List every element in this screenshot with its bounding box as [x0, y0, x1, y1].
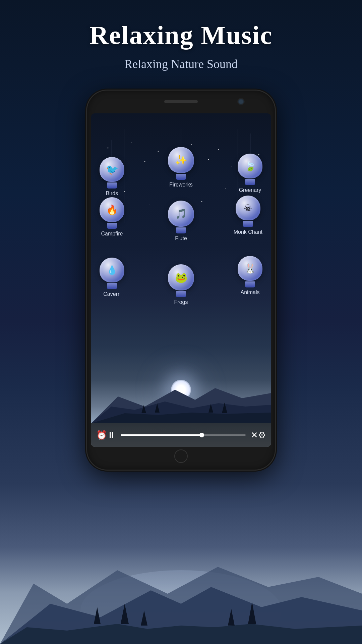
settings-button[interactable]: ⚙ [258, 430, 266, 440]
bottom-control-bar: ⏰ ⏸ ✕ ⚙ [91, 423, 271, 447]
sound-item-flute[interactable]: 🎵 Flute [168, 201, 194, 241]
frogs-icon: 🐸 [175, 272, 187, 283]
flute-label: Flute [175, 235, 187, 241]
sound-item-cavern[interactable]: 💧 Cavern [100, 258, 124, 297]
alarm-button[interactable]: ⏰ [96, 430, 107, 440]
greenary-icon: 🍃 [244, 161, 256, 172]
phone-frame: 🐦 Birds ✨ Fireworks 🍃 [87, 91, 275, 470]
phone-home-button[interactable] [174, 449, 188, 463]
progress-dot [199, 433, 204, 437]
birds-label: Birds [106, 191, 118, 197]
cavern-label: Cavern [103, 291, 121, 297]
close-button[interactable]: ✕ [251, 430, 258, 440]
sounds-container: 🐦 Birds ✨ Fireworks 🍃 [91, 123, 271, 423]
fireworks-label: Fireworks [169, 182, 192, 188]
app-subtitle: Relaxing Nature Sound [0, 57, 362, 71]
campfire-icon: 🔥 [106, 204, 118, 215]
phone-camera [237, 98, 245, 105]
sound-item-animals[interactable]: 🐰 Animals [238, 256, 262, 296]
sound-item-birds[interactable]: 🐦 Birds [100, 140, 124, 197]
greenary-label: Greenary [239, 187, 261, 193]
phone-screen: 🐦 Birds ✨ Fireworks 🍃 [91, 113, 271, 447]
flute-icon: 🎵 [175, 208, 187, 219]
animals-icon: 🐰 [244, 263, 256, 274]
sound-item-campfire[interactable]: 🔥 Campfire [100, 197, 124, 237]
progress-bar[interactable] [121, 434, 246, 436]
phone-speaker [164, 100, 198, 103]
monk-chant-label: Monk Chant [234, 229, 262, 235]
sound-item-fireworks[interactable]: ✨ Fireworks [168, 127, 194, 188]
pause-button[interactable]: ⏸ [107, 430, 116, 440]
frogs-label: Frogs [174, 299, 188, 305]
sound-item-frogs[interactable]: 🐸 Frogs [168, 264, 194, 305]
app-title: Relaxing Music [0, 20, 362, 50]
campfire-label: Campfire [101, 231, 123, 237]
fireworks-icon: ✨ [175, 154, 187, 166]
cavern-icon: 💧 [107, 265, 117, 275]
animals-label: Animals [241, 289, 260, 296]
monk-chant-icon: ☠ [244, 203, 252, 214]
birds-icon: 🐦 [106, 164, 118, 175]
sound-item-monk-chant[interactable]: ☠ Monk Chant [234, 196, 262, 235]
progress-fill [121, 434, 202, 436]
sound-item-greenary[interactable]: 🍃 Greenary [238, 133, 262, 193]
